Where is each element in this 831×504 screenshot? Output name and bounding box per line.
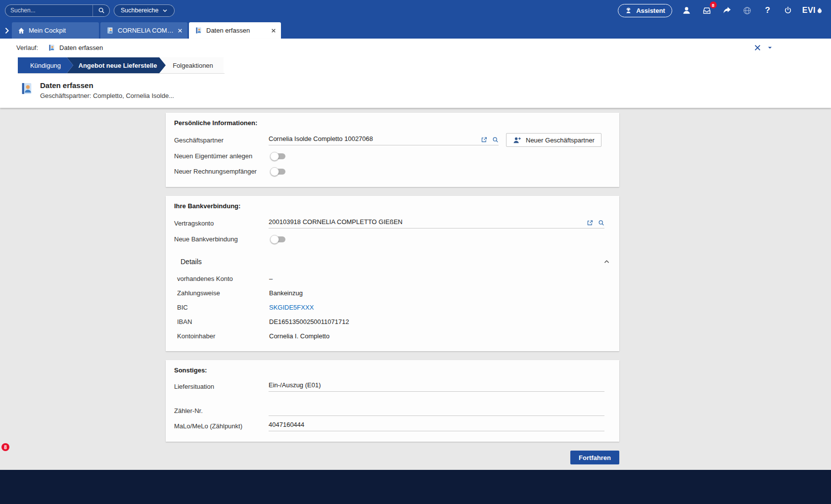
malo-value: 4047160444	[269, 421, 604, 429]
page-head-area: Verlauf: Daten erfassen	[0, 39, 831, 108]
main-content: Persönliche Informationen: Geschäftspart…	[0, 108, 831, 464]
search-icon[interactable]	[492, 137, 499, 143]
new-owner-label: Neuen Eigentümer anlegen	[174, 152, 269, 160]
assistant-icon	[625, 7, 632, 14]
tab-label: CORNELIA COMPLET...	[118, 27, 174, 34]
other-title: Sonstiges:	[174, 367, 611, 374]
contract-account-field[interactable]: 200103918 CORNELIA COMPLETTO GIEßEN	[269, 218, 604, 229]
tab-label: Daten erfassen	[206, 27, 267, 34]
notification-badge[interactable]: 8	[1, 443, 9, 451]
toggle-knob	[270, 152, 279, 161]
detail-row: Zahlungsweise Bankeinzug	[177, 286, 611, 300]
external-link-icon[interactable]	[587, 220, 593, 226]
page-header: Daten erfassen Geschäftspartner: Complet…	[0, 74, 831, 108]
history-close-icon[interactable]	[754, 45, 761, 51]
wizard-step-label: Kündigung	[30, 62, 61, 69]
history-label: Verlauf:	[16, 44, 38, 51]
logout-button[interactable]	[782, 4, 794, 16]
history-item[interactable]: Daten erfassen	[48, 44, 103, 51]
inbox-button[interactable]: 8	[701, 4, 713, 16]
home-icon	[18, 27, 25, 34]
chevron-up-icon[interactable]	[603, 259, 610, 265]
detail-label: BIC	[177, 304, 269, 311]
wizard-step-angebot[interactable]: Angebot neue Lieferstelle	[67, 57, 166, 73]
page-header-text: Daten erfassen Geschäftspartner: Complet…	[40, 81, 174, 99]
assistant-button[interactable]: Assistent	[618, 4, 672, 17]
search-scopes-button[interactable]: Suchbereiche	[114, 4, 175, 17]
history-item-label: Daten erfassen	[59, 44, 103, 51]
inbox-badge: 8	[710, 1, 717, 8]
search-scopes-label: Suchbereiche	[121, 7, 158, 14]
details-label: Details	[181, 258, 202, 266]
form-column: Persönliche Informationen: Geschäftspart…	[166, 113, 619, 464]
partner-field[interactable]: Cornelia Isolde Completto 10027068	[269, 135, 499, 145]
tab-close-icon[interactable]	[271, 28, 276, 33]
power-icon	[784, 6, 792, 15]
delivery-value: Ein-/Auszug (E01)	[269, 381, 604, 389]
contact-book-icon	[48, 44, 55, 51]
history-actions	[754, 39, 773, 56]
detail-row: vorhandenes Konto –	[177, 272, 611, 286]
delivery-field[interactable]: Ein-/Auszug (E01)	[269, 381, 604, 392]
partner-value: Cornelia Isolde Completto 10027068	[269, 135, 481, 143]
tab-mein-cockpit[interactable]: Mein Cockpit	[12, 22, 99, 39]
wizard-step-folgeaktionen[interactable]: Folgeaktionen	[159, 57, 224, 73]
contact-book-icon	[20, 82, 34, 95]
toggle-knob	[270, 167, 279, 176]
new-bank-label: Neue Bankverbindung	[174, 235, 269, 243]
meter-value	[269, 406, 604, 413]
tab-daten-erfassen[interactable]: Daten erfassen	[189, 22, 281, 39]
history-caret-icon[interactable]	[767, 45, 773, 50]
detail-value: Cornelia I. Completto	[269, 332, 329, 340]
toggle-knob	[270, 235, 279, 244]
delivery-label: Liefersituation	[174, 383, 269, 390]
assistant-label: Assistent	[636, 7, 665, 14]
continue-button[interactable]: Fortfahren	[570, 451, 619, 464]
new-bank-row: Neue Bankverbindung	[174, 231, 611, 247]
contract-account-row: Vertragskonto 200103918 CORNELIA COMPLET…	[174, 215, 611, 231]
evi-logo-text: EVI	[802, 6, 816, 15]
tab-overflow-chevron[interactable]	[2, 22, 12, 39]
bank-card: Ihre Bankverbindung: Vertragskonto 20010…	[166, 196, 619, 351]
new-payer-row: Neuer Rechnungsempfänger	[174, 164, 611, 179]
user-button[interactable]	[681, 4, 692, 16]
detail-value: Bankeinzug	[269, 289, 303, 297]
new-payer-toggle[interactable]	[271, 169, 285, 175]
search-button[interactable]	[92, 5, 109, 16]
new-partner-button-label: Neuer Geschäftspartner	[526, 137, 595, 144]
new-partner-button[interactable]: Neuer Geschäftspartner	[506, 133, 601, 147]
tab-cornelia-completto[interactable]: CORNELIA COMPLET...	[100, 22, 187, 39]
search-icon[interactable]	[598, 220, 604, 226]
page-subtitle: Geschäftspartner: Completto, Cornelia Is…	[40, 92, 174, 99]
wizard-step-kuendigung[interactable]: Kündigung	[18, 57, 73, 73]
detail-label: IBAN	[177, 318, 269, 325]
meter-label: Zähler-Nr.	[174, 407, 269, 414]
help-button[interactable]: ?	[762, 4, 774, 16]
forward-button[interactable]	[721, 4, 733, 16]
topbar: Suchbereiche Assistent	[0, 0, 831, 21]
bic-link[interactable]: SKGIDE5FXXX	[269, 304, 314, 311]
form-actions: Fortfahren	[166, 451, 619, 464]
history-bar: Verlauf: Daten erfassen	[0, 39, 831, 56]
personal-info-card: Persönliche Informationen: Geschäftspart…	[166, 113, 619, 187]
malo-field[interactable]: 4047160444	[269, 421, 604, 431]
partner-row: Geschäftspartner Cornelia Isolde Complet…	[174, 132, 611, 148]
new-owner-row: Neuen Eigentümer anlegen	[174, 148, 611, 164]
globe-button[interactable]	[741, 4, 753, 16]
search-input[interactable]	[5, 7, 92, 14]
chevron-right-icon	[4, 27, 10, 34]
search-icon	[98, 7, 105, 14]
partner-label: Geschäftspartner	[174, 137, 269, 144]
external-link-icon[interactable]	[481, 137, 487, 143]
tab-label: Mein Cockpit	[29, 27, 94, 34]
new-owner-toggle[interactable]	[271, 153, 285, 159]
contract-account-field-icons	[587, 220, 604, 226]
page-title: Daten erfassen	[40, 81, 174, 90]
details-header[interactable]: Details	[181, 258, 611, 266]
detail-row: Kontoinhaber Cornelia I. Completto	[177, 329, 611, 343]
meter-field[interactable]	[269, 406, 604, 416]
tab-close-icon[interactable]	[178, 28, 183, 33]
bank-title: Ihre Bankverbindung:	[174, 202, 611, 210]
new-bank-toggle[interactable]	[271, 236, 285, 242]
partner-field-icons	[481, 137, 499, 143]
